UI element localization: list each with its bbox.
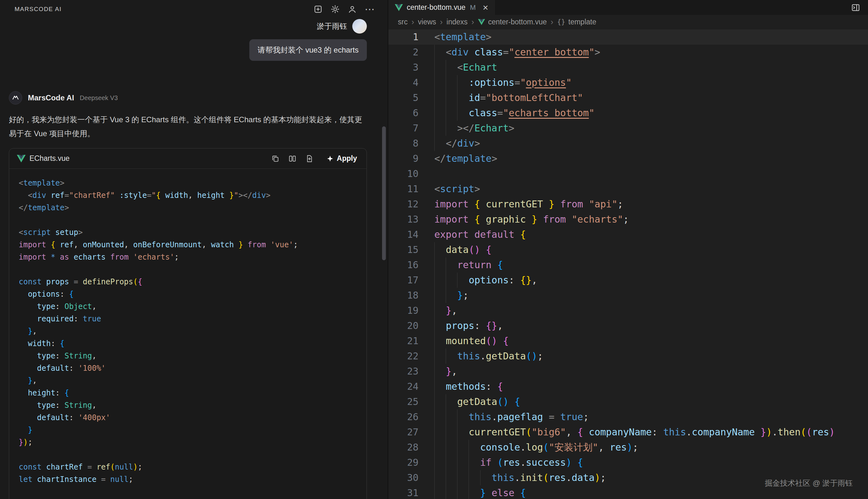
more-icon[interactable]: ⋯	[365, 4, 375, 14]
breadcrumb-indexs[interactable]: indexs	[447, 18, 468, 26]
editor-line[interactable]: 7 ></Echart>	[388, 121, 868, 136]
editor-line[interactable]: 25 getData() {	[388, 394, 868, 410]
editor-line[interactable]: 26 this.pageflag = true;	[388, 410, 868, 425]
code-line: export default {	[419, 227, 868, 242]
diff-icon[interactable]	[288, 154, 297, 163]
editor-line[interactable]: 4 :options="options"	[388, 75, 868, 90]
line-number: 30	[388, 470, 419, 485]
code-line: type: String,	[19, 350, 366, 362]
code-line: id="bottomLeftChart"	[419, 90, 868, 106]
editor-line[interactable]: 8 </div>	[388, 136, 868, 151]
line-number: 8	[388, 136, 419, 151]
user-avatar	[352, 19, 367, 34]
line-number: 18	[388, 288, 419, 303]
breadcrumb-template-symbol[interactable]: {} template	[557, 18, 596, 26]
editor-line[interactable]: 11<script>	[388, 181, 868, 197]
code-line: required: true	[19, 313, 366, 325]
user-name: 淤于雨钰	[317, 21, 347, 31]
marscode-ide-window: MARSCODE AI ⋯ 淤于雨钰 请帮我封装个 vue3 的 echarts	[0, 0, 868, 499]
code-line: let chartInstance = null;	[19, 473, 366, 486]
code-line: data() {	[419, 242, 868, 257]
editor-line[interactable]: 15 data() {	[388, 242, 868, 257]
split-editor-icon[interactable]	[851, 3, 860, 12]
breadcrumb: src › views › indexs › center-bottom.vue…	[388, 15, 868, 29]
assistant-name: MarsCode AI	[28, 94, 74, 102]
code-line: <script>	[419, 181, 868, 197]
code-line: import { graphic } from "echarts";	[419, 212, 868, 227]
line-number: 28	[388, 440, 419, 455]
apply-button[interactable]: Apply	[325, 154, 359, 163]
editor-line[interactable]: 24 methods: {	[388, 379, 868, 394]
assistant-message-header: MarsCode AI Deepseek V3	[9, 91, 367, 105]
editor-line[interactable]: 6 class="echarts_bottom"	[388, 106, 868, 121]
code-line: currentGET("big6", { companyName: this.c…	[419, 425, 868, 440]
code-line: </template>	[419, 151, 868, 166]
chat-scrollbar[interactable]	[382, 126, 386, 260]
editor-line[interactable]: 5 id="bottomLeftChart"	[388, 90, 868, 106]
editor-line[interactable]: 1<template>	[388, 29, 868, 45]
line-number: 13	[388, 212, 419, 227]
code-line: },	[419, 303, 868, 318]
code-line: width: {	[19, 338, 366, 350]
editor-line[interactable]: 21 mounted() {	[388, 333, 868, 349]
line-number: 17	[388, 272, 419, 288]
editor-line[interactable]: 27 currentGET("big6", { companyName: thi…	[388, 425, 868, 440]
code-card-filename: ECharts.vue	[29, 154, 70, 163]
chat-header-actions: ⋯	[313, 4, 375, 14]
editor-panel: center-bottom.vue M × src › views › inde…	[388, 0, 868, 499]
editor-line[interactable]: 29 if (res.success) {	[388, 455, 868, 470]
editor-line[interactable]: 22 this.getData();	[388, 349, 868, 364]
chevron-right-icon: ›	[440, 17, 443, 27]
code-line: type: Object,	[19, 301, 366, 313]
code-line: </template>	[19, 202, 366, 214]
copy-icon[interactable]	[271, 154, 280, 163]
editor-line[interactable]: 2 <div class="center_bottom">	[388, 45, 868, 60]
line-number: 1	[388, 29, 419, 45]
tab-center-bottom-vue[interactable]: center-bottom.vue M ×	[388, 0, 495, 15]
new-chat-icon[interactable]	[313, 4, 323, 14]
breadcrumb-views[interactable]: views	[418, 18, 436, 26]
user-message-bubble: 请帮我封装个 vue3 的 echarts	[249, 39, 367, 61]
code-line	[19, 264, 366, 276]
line-number: 29	[388, 455, 419, 470]
settings-icon[interactable]	[330, 4, 340, 14]
editor-line[interactable]: 3 <Echart	[388, 60, 868, 75]
line-number: 2	[388, 45, 419, 60]
editor-line[interactable]: 16 return {	[388, 257, 868, 272]
code-line: <Echart	[419, 60, 868, 75]
editor-line[interactable]: 19 },	[388, 303, 868, 318]
code-line: height: {	[19, 387, 366, 399]
breadcrumb-file[interactable]: center-bottom.vue	[478, 18, 547, 26]
code-line: class="echarts_bottom"	[419, 106, 868, 121]
line-number: 25	[388, 394, 419, 410]
breadcrumb-file-label: center-bottom.vue	[488, 18, 547, 26]
editor-line[interactable]: 28 console.log("安装计划", res);	[388, 440, 868, 455]
editor-line[interactable]: 17 options: {},	[388, 272, 868, 288]
code-line: <template>	[19, 177, 366, 189]
line-number: 14	[388, 227, 419, 242]
editor-line[interactable]: 10	[388, 166, 868, 181]
ai-chat-panel: MARSCODE AI ⋯ 淤于雨钰 请帮我封装个 vue3 的 echarts	[0, 0, 387, 499]
chat-panel-header: MARSCODE AI ⋯	[0, 0, 387, 16]
editor-line[interactable]: 18 };	[388, 288, 868, 303]
chat-code-block: <template> <div ref="chartRef" :style="{…	[9, 169, 366, 499]
breadcrumb-src[interactable]: src	[398, 18, 408, 26]
editor-line[interactable]: 14export default {	[388, 227, 868, 242]
editor-line[interactable]: 12import { currentGET } from "api";	[388, 197, 868, 212]
editor-line[interactable]: 13import { graphic } from "echarts";	[388, 212, 868, 227]
code-line: props: {},	[419, 318, 868, 333]
watermark: 掘金技术社区 @ 淤于雨钰	[765, 478, 853, 488]
model-badge: Deepseek V3	[80, 94, 118, 102]
code-line: const chartRef = ref(null);	[19, 461, 366, 473]
editor-line[interactable]: 20 props: {},	[388, 318, 868, 333]
editor-line[interactable]: 9</template>	[388, 151, 868, 166]
editor-line[interactable]: 23 },	[388, 364, 868, 379]
breadcrumb-template-label: template	[568, 18, 596, 26]
insert-file-icon[interactable]	[305, 154, 314, 163]
close-tab-icon[interactable]: ×	[483, 3, 489, 12]
profile-icon[interactable]	[348, 4, 357, 14]
line-number: 6	[388, 106, 419, 121]
tab-filename: center-bottom.vue	[407, 3, 465, 12]
code-line: default: '100%'	[19, 362, 366, 375]
sparkle-icon	[327, 155, 334, 162]
